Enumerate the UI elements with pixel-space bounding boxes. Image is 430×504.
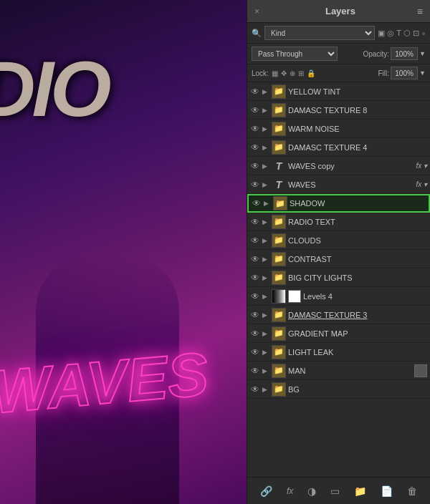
layer-item-yellow-tint[interactable]: 👁▶📁YELLOW TINT [247, 82, 430, 101]
canvas-text-waves: WAVES [0, 339, 211, 427]
filter-kind-select[interactable]: Kind [264, 26, 375, 40]
new-fill-icon[interactable]: ◑ [307, 485, 316, 497]
fill-input[interactable] [391, 67, 418, 79]
layer-expand-arrow[interactable]: ▶ [262, 88, 269, 95]
layer-item-levels-4[interactable]: 👁▶Levels 4 [247, 287, 430, 306]
layer-name-label: DAMASC TEXTURE 3 [288, 311, 427, 319]
layer-visibility-icon[interactable]: 👁 [250, 347, 260, 357]
layer-item-gradient-map[interactable]: 👁▶📁GRADIENT MAP [247, 324, 430, 343]
layer-item-radio-text[interactable]: 👁▶📁RADIO TEXT [247, 213, 430, 231]
layer-item-damasc-texture-3[interactable]: 👁▶📁DAMASC TEXTURE 3 [247, 306, 430, 324]
layer-expand-arrow[interactable]: ▶ [262, 274, 269, 281]
layer-item-damasc-texture-8[interactable]: 👁▶📁DAMASC TEXTURE 8 [247, 101, 430, 120]
layer-visibility-icon[interactable]: 👁 [250, 291, 260, 301]
lock-all-icon[interactable]: 🔒 [307, 69, 315, 77]
layer-visibility-icon[interactable]: 👁 [252, 198, 262, 208]
layers-panel: × Layers ≡ 🔍 Kind ▣ ◎ T ⬡ ⊡ ● Pass Throu… [247, 0, 430, 504]
layer-visibility-icon[interactable]: 👁 [250, 217, 260, 227]
layer-visibility-icon[interactable]: 👁 [250, 384, 260, 394]
opacity-input[interactable] [391, 47, 418, 60]
layer-item-clouds[interactable]: 👁▶📁CLOUDS [247, 231, 430, 250]
layer-expand-arrow[interactable]: ▶ [262, 330, 269, 337]
layer-expand-arrow[interactable]: ▶ [262, 293, 269, 300]
layer-expand-arrow[interactable]: ▶ [262, 107, 269, 114]
layer-visibility-icon[interactable]: 👁 [250, 161, 260, 171]
panel-footer: 🔗 fx ◑ ▭ 📁 📄 🗑 [247, 477, 430, 504]
layer-name-label: WAVES [288, 180, 412, 189]
filter-dot-icon[interactable]: ● [421, 29, 426, 37]
blend-mode-select[interactable]: Pass Through [252, 47, 338, 61]
layer-name-label: WARM NOISE [288, 125, 427, 133]
fx-button[interactable]: fx [287, 486, 293, 496]
layer-visibility-icon[interactable]: 👁 [250, 329, 260, 339]
layer-expand-arrow[interactable]: ▶ [264, 200, 271, 207]
fx-badge: fx ▾ [416, 180, 427, 188]
fill-label: Fill: [378, 69, 390, 77]
filter-row: 🔍 Kind ▣ ◎ T ⬡ ⊡ ● [247, 23, 430, 44]
layer-item-big-city-lights[interactable]: 👁▶📁BIG CITY LIGHTS [247, 268, 430, 287]
layer-name-label: LIGHT LEAK [288, 348, 427, 357]
layer-expand-arrow[interactable]: ▶ [262, 125, 269, 132]
lock-move-icon[interactable]: ✥ [281, 69, 287, 77]
layer-expand-arrow[interactable]: ▶ [262, 311, 269, 319]
layer-name-label: RADIO TEXT [288, 218, 427, 226]
mask-icon[interactable]: ▭ [330, 485, 340, 497]
lock-artboard-icon[interactable]: ⊞ [298, 69, 304, 77]
pixel-filter-icon[interactable]: ▣ [378, 29, 385, 38]
layer-visibility-icon[interactable]: 👁 [250, 236, 260, 246]
layer-thumb-folder: 📁 [272, 308, 286, 322]
fx-badge: fx ▾ [416, 162, 427, 170]
type-filter-icon[interactable]: T [396, 29, 401, 37]
layer-name-label: GRADIENT MAP [288, 329, 427, 338]
layer-expand-arrow[interactable]: ▶ [262, 163, 269, 170]
opacity-arrow[interactable]: ▼ [419, 50, 426, 57]
link-icon[interactable]: 🔗 [260, 485, 272, 497]
layer-item-waves[interactable]: 👁▶TWAVESfx ▾ [247, 175, 430, 194]
layer-visibility-icon[interactable]: 👁 [250, 310, 260, 320]
layer-item-contrast[interactable]: 👁▶📁CONTRAST [247, 250, 430, 268]
layer-thumb-folder: 📁 [272, 84, 286, 99]
smartobj-filter-icon[interactable]: ⊡ [413, 29, 419, 38]
layer-visibility-icon[interactable]: 👁 [250, 180, 260, 190]
layer-thumb-folder: 📁 [272, 252, 286, 266]
close-button[interactable]: × [254, 6, 259, 16]
layer-item-light-leak[interactable]: 👁▶📁LIGHT LEAK [247, 343, 430, 362]
new-group-icon[interactable]: 📁 [354, 485, 366, 497]
delete-layer-icon[interactable]: 🗑 [407, 485, 417, 497]
lock-checkerboard-icon[interactable]: ▦ [272, 69, 278, 77]
layer-item-waves-copy[interactable]: 👁▶TWAVES copyfx ▾ [247, 157, 430, 175]
panel-menu-icon[interactable]: ≡ [417, 6, 423, 17]
layer-expand-arrow[interactable]: ▶ [262, 349, 269, 356]
layer-visibility-icon[interactable]: 👁 [250, 254, 260, 264]
blend-row: Pass Through Opacity: ▼ [247, 44, 430, 64]
new-layer-icon[interactable]: 📄 [381, 485, 393, 497]
layer-expand-arrow[interactable]: ▶ [262, 367, 269, 374]
layer-visibility-icon[interactable]: 👁 [250, 366, 260, 376]
layer-item-shadow[interactable]: 👁▶📁SHADOW [247, 194, 430, 213]
layer-expand-arrow[interactable]: ▶ [262, 386, 269, 393]
lock-label: Lock: [252, 69, 269, 77]
layer-visibility-icon[interactable]: 👁 [250, 105, 260, 115]
opacity-label: Opacity: [363, 50, 389, 58]
shape-filter-icon[interactable]: ⬡ [403, 29, 411, 38]
layer-name-label: CONTRAST [288, 255, 427, 263]
layer-item-damasc-texture-4[interactable]: 👁▶📁DAMASC TEXTURE 4 [247, 138, 430, 157]
layer-expand-arrow[interactable]: ▶ [262, 256, 269, 263]
lock-transform-icon[interactable]: ⊕ [290, 69, 295, 77]
layer-visibility-icon[interactable]: 👁 [250, 87, 260, 97]
layer-expand-arrow[interactable]: ▶ [262, 144, 269, 151]
layer-visibility-icon[interactable]: 👁 [250, 273, 260, 283]
layer-expand-arrow[interactable]: ▶ [262, 218, 269, 226]
layer-visibility-icon[interactable]: 👁 [250, 142, 260, 152]
layer-expand-arrow[interactable]: ▶ [262, 237, 269, 244]
layer-visibility-icon[interactable]: 👁 [250, 124, 260, 134]
adjustment-filter-icon[interactable]: ◎ [387, 29, 394, 38]
layer-expand-arrow[interactable]: ▶ [262, 181, 269, 188]
layer-item-bg[interactable]: 👁▶📁BG [247, 380, 430, 399]
layer-thumb-folder: 📁 [272, 103, 286, 117]
layer-item-man[interactable]: 👁▶📁MAN [247, 362, 430, 380]
layer-name-label: DAMASC TEXTURE 8 [288, 106, 427, 115]
layer-name-label: BIG CITY LIGHTS [288, 273, 427, 282]
layer-item-warm-noise[interactable]: 👁▶📁WARM NOISE [247, 120, 430, 138]
fill-arrow[interactable]: ▼ [419, 69, 426, 77]
